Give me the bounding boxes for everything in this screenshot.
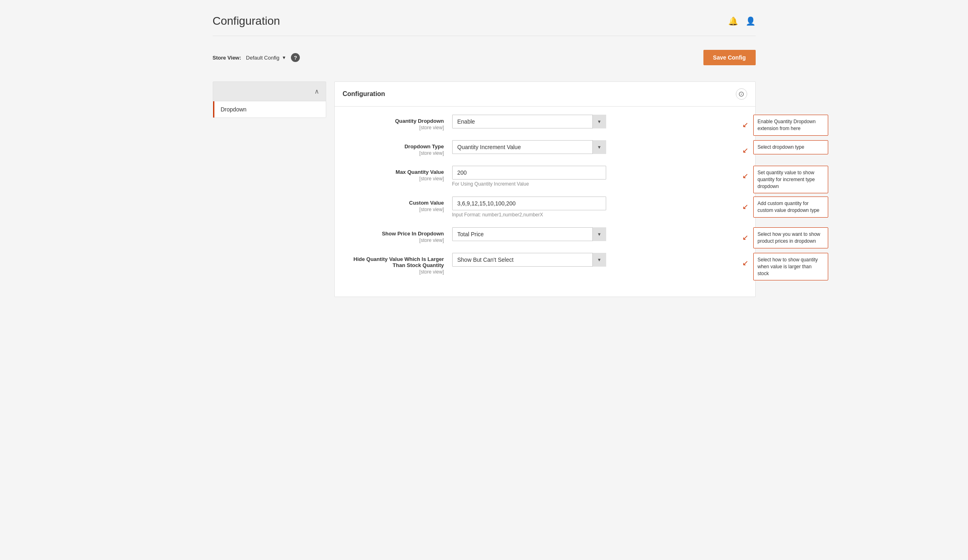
form-label-col: Max Quantity Value [store view] bbox=[347, 166, 452, 182]
content-panel-title: Configuration bbox=[343, 90, 385, 98]
form-label-col: Show Price In Dropdown [store view] bbox=[347, 227, 452, 243]
max-quantity-field: For Using Quantity Increment Value bbox=[452, 166, 743, 187]
hide-quantity-select[interactable]: Show But Can't Select Hide Show bbox=[452, 253, 606, 267]
main-content: ∧ Dropdown Configuration ⊙ Quantity Drop… bbox=[213, 81, 756, 297]
custom-value-hint: Input Format: number1,number2,numberX bbox=[452, 212, 743, 218]
custom-value-field: Input Format: number1,number2,numberX bbox=[452, 197, 743, 218]
tooltip-arrow-icon: ↙ bbox=[742, 202, 748, 212]
hide-quantity-tooltip: ↙ Select how to show quantity when value… bbox=[753, 253, 828, 280]
form-label-col: Quantity Dropdown [store view] bbox=[347, 115, 452, 130]
page-title: Configuration bbox=[213, 15, 280, 28]
form-row-show-price: Show Price In Dropdown [store view] Tota… bbox=[347, 227, 743, 243]
content-panel: Configuration ⊙ Quantity Dropdown [store… bbox=[334, 81, 756, 297]
page-header: Configuration 🔔 👤 bbox=[213, 8, 756, 36]
content-panel-header: Configuration ⊙ bbox=[335, 82, 755, 107]
save-config-button[interactable]: Save Config bbox=[703, 50, 756, 65]
tooltip-arrow-icon: ↙ bbox=[742, 145, 748, 156]
content-panel-body: Quantity Dropdown [store view] Enable Di… bbox=[335, 107, 755, 297]
quantity-dropdown-select[interactable]: Enable Disable bbox=[452, 115, 606, 128]
show-price-sub: [store view] bbox=[419, 237, 444, 243]
sidebar-header: ∧ bbox=[213, 82, 326, 101]
help-icon[interactable]: ? bbox=[291, 53, 300, 62]
panel-toggle-button[interactable]: ⊙ bbox=[736, 88, 747, 100]
tooltip-arrow-icon: ↙ bbox=[742, 171, 748, 181]
form-row-hide-quantity: Hide Quantity Value Which Is Larger Than… bbox=[347, 253, 743, 275]
dropdown-type-select-wrapper: Quantity Increment Value Custom Value ▼ bbox=[452, 140, 606, 154]
dropdown-type-tooltip: ↙ Select dropdown type bbox=[753, 140, 828, 154]
custom-value-tooltip: ↙ Add custom quantity for custom value d… bbox=[753, 197, 828, 218]
sidebar: ∧ Dropdown bbox=[213, 81, 326, 118]
max-quantity-hint: For Using Quantity Increment Value bbox=[452, 181, 743, 187]
max-quantity-label: Max Quantity Value bbox=[347, 169, 444, 175]
quantity-dropdown-tooltip: ↙ Enable Quantity Dropdown extension fro… bbox=[753, 115, 828, 136]
hide-quantity-label: Hide Quantity Value Which Is Larger Than… bbox=[347, 256, 444, 268]
custom-value-sub: [store view] bbox=[419, 207, 444, 212]
tooltip-arrow-icon: ↙ bbox=[742, 258, 748, 268]
quantity-dropdown-sub: [store view] bbox=[419, 125, 444, 130]
dropdown-type-field: Quantity Increment Value Custom Value ▼ bbox=[452, 140, 743, 154]
form-label-col: Dropdown Type [store view] bbox=[347, 140, 452, 156]
show-price-tooltip: ↙ Select how you want to show product pr… bbox=[753, 227, 828, 248]
custom-value-label: Custom Value bbox=[347, 200, 444, 206]
sidebar-collapse-icon[interactable]: ∧ bbox=[314, 88, 319, 95]
show-price-label: Show Price In Dropdown bbox=[347, 231, 444, 237]
custom-value-input[interactable] bbox=[452, 197, 606, 210]
form-row-dropdown-type: Dropdown Type [store view] Quantity Incr… bbox=[347, 140, 743, 156]
tooltip-arrow-icon: ↙ bbox=[742, 120, 748, 130]
quantity-dropdown-label: Quantity Dropdown bbox=[347, 118, 444, 124]
store-view-bar: Store View: Default Config ▼ ? Save Conf… bbox=[213, 44, 756, 73]
show-price-field: Total Price Unit Price No Price ▼ bbox=[452, 227, 743, 241]
store-view-left: Store View: Default Config ▼ ? bbox=[213, 53, 300, 62]
form-label-col: Hide Quantity Value Which Is Larger Than… bbox=[347, 253, 452, 275]
quantity-dropdown-select-wrapper: Enable Disable ▼ bbox=[452, 115, 606, 128]
form-row-quantity-dropdown: Quantity Dropdown [store view] Enable Di… bbox=[347, 115, 743, 130]
bell-icon[interactable]: 🔔 bbox=[728, 16, 738, 26]
form-row-max-quantity: Max Quantity Value [store view] For Usin… bbox=[347, 166, 743, 187]
tooltip-arrow-icon: ↙ bbox=[742, 233, 748, 243]
quantity-dropdown-field: Enable Disable ▼ bbox=[452, 115, 743, 128]
store-view-value: Default Config bbox=[246, 55, 279, 61]
form-label-col: Custom Value [store view] bbox=[347, 197, 452, 212]
sidebar-item-dropdown[interactable]: Dropdown bbox=[213, 101, 326, 118]
max-quantity-tooltip: ↙ Set quantity value to show quantity fo… bbox=[753, 166, 828, 193]
show-price-select-wrapper: Total Price Unit Price No Price ▼ bbox=[452, 227, 606, 241]
form-row-custom-value: Custom Value [store view] Input Format: … bbox=[347, 197, 743, 218]
user-icon[interactable]: 👤 bbox=[746, 16, 756, 26]
show-price-select[interactable]: Total Price Unit Price No Price bbox=[452, 227, 606, 241]
max-quantity-sub: [store view] bbox=[419, 176, 444, 182]
hide-quantity-sub: [store view] bbox=[419, 269, 444, 275]
header-icons: 🔔 👤 bbox=[728, 16, 756, 26]
dropdown-type-select[interactable]: Quantity Increment Value Custom Value bbox=[452, 140, 606, 154]
store-view-select[interactable]: Default Config ▼ bbox=[246, 55, 286, 61]
store-view-label: Store View: bbox=[213, 55, 241, 61]
max-quantity-input[interactable] bbox=[452, 166, 606, 180]
hide-quantity-field: Show But Can't Select Hide Show ▼ bbox=[452, 253, 743, 267]
hide-quantity-select-wrapper: Show But Can't Select Hide Show ▼ bbox=[452, 253, 606, 267]
chevron-down-icon: ▼ bbox=[282, 55, 286, 60]
dropdown-type-label: Dropdown Type bbox=[347, 143, 444, 150]
dropdown-type-sub: [store view] bbox=[419, 150, 444, 156]
